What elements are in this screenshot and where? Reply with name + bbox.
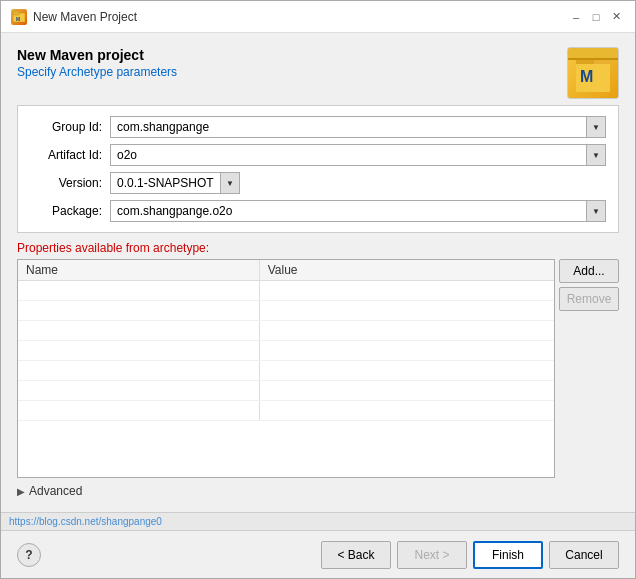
package-input[interactable] <box>110 200 606 222</box>
artifact-id-wrapper: ▼ <box>110 144 606 166</box>
table-row <box>18 401 554 421</box>
add-property-button[interactable]: Add... <box>559 259 619 283</box>
maven-logo: M <box>567 47 619 99</box>
artifact-id-row: Artifact Id: ▼ <box>30 144 606 166</box>
properties-buttons: Add... Remove <box>559 259 619 478</box>
window-title: New Maven Project <box>33 10 137 24</box>
watermark-text: https://blog.csdn.net/shangpange0 <box>9 516 162 527</box>
title-bar-left: M New Maven Project <box>11 9 137 25</box>
table-row <box>18 321 554 341</box>
svg-rect-1 <box>13 11 19 15</box>
back-button[interactable]: < Back <box>321 541 391 569</box>
group-id-label: Group Id: <box>30 120 110 134</box>
next-button[interactable]: Next > <box>397 541 467 569</box>
version-select[interactable]: 0.0.1-SNAPSHOT <box>110 172 240 194</box>
col-name-header: Name <box>18 260 259 281</box>
properties-label: Properties available from archetype: <box>17 241 619 255</box>
table-row <box>18 281 554 301</box>
artifact-id-input[interactable] <box>110 144 606 166</box>
window-controls: – □ ✕ <box>567 8 625 26</box>
window-icon: M <box>11 9 27 25</box>
footer-right: < Back Next > Finish Cancel <box>321 541 619 569</box>
table-row <box>18 381 554 401</box>
svg-text:M: M <box>16 16 20 22</box>
package-row: Package: ▼ <box>30 200 606 222</box>
close-button[interactable]: ✕ <box>607 8 625 26</box>
version-select-wrapper: 0.0.1-SNAPSHOT ▼ <box>110 172 240 194</box>
footer: ? < Back Next > Finish Cancel <box>1 530 635 578</box>
table-row <box>18 301 554 321</box>
page-title: New Maven project <box>17 47 177 63</box>
advanced-label: Advanced <box>29 484 82 498</box>
properties-section: Name Value Add... <box>17 259 619 478</box>
header-section: New Maven project Specify Archetype para… <box>17 47 619 99</box>
table-row <box>18 361 554 381</box>
advanced-expand-arrow: ▶ <box>17 486 25 497</box>
properties-table-wrap: Name Value <box>17 259 555 478</box>
title-bar: M New Maven Project – □ ✕ <box>1 1 635 33</box>
svg-text:M: M <box>580 68 593 85</box>
maximize-button[interactable]: □ <box>587 8 605 26</box>
version-label: Version: <box>30 176 110 190</box>
help-button[interactable]: ? <box>17 543 41 567</box>
svg-rect-5 <box>576 54 594 64</box>
version-row: Version: 0.0.1-SNAPSHOT ▼ <box>30 172 606 194</box>
finish-button[interactable]: Finish <box>473 541 543 569</box>
remove-property-button[interactable]: Remove <box>559 287 619 311</box>
main-window: M New Maven Project – □ ✕ New Maven proj… <box>0 0 636 579</box>
page-subtitle: Specify Archetype parameters <box>17 65 177 79</box>
col-value-header: Value <box>259 260 554 281</box>
group-id-wrapper: ▼ <box>110 116 606 138</box>
table-row <box>18 341 554 361</box>
properties-table: Name Value <box>18 260 554 421</box>
main-content: New Maven project Specify Archetype para… <box>1 33 635 512</box>
advanced-section[interactable]: ▶ Advanced <box>17 484 619 498</box>
group-id-row: Group Id: ▼ <box>30 116 606 138</box>
package-wrapper: ▼ <box>110 200 606 222</box>
artifact-id-label: Artifact Id: <box>30 148 110 162</box>
group-id-input[interactable] <box>110 116 606 138</box>
form-section: Group Id: ▼ Artifact Id: ▼ Version: <box>17 105 619 233</box>
cancel-button[interactable]: Cancel <box>549 541 619 569</box>
minimize-button[interactable]: – <box>567 8 585 26</box>
package-label: Package: <box>30 204 110 218</box>
header-text: New Maven project Specify Archetype para… <box>17 47 177 79</box>
watermark-section: https://blog.csdn.net/shangpange0 <box>1 512 635 530</box>
footer-left: ? <box>17 543 41 567</box>
